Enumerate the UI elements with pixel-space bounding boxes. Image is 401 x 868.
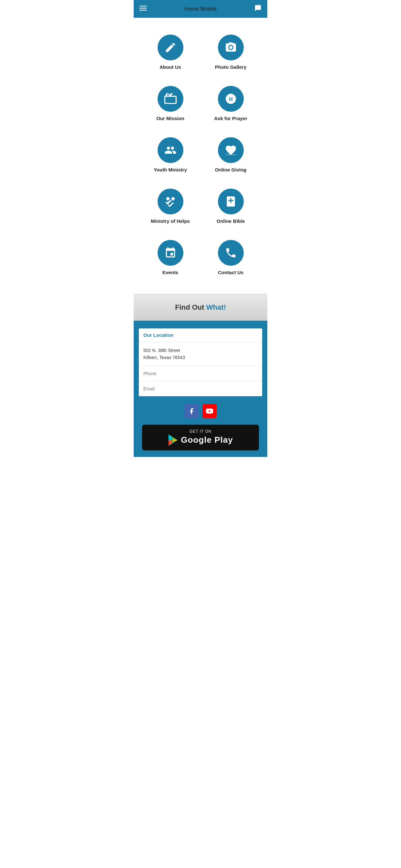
our-mission-icon-circle bbox=[158, 86, 183, 112]
menu-item-contact-us[interactable]: Contact Us bbox=[201, 233, 261, 284]
menu-item-ask-for-prayer[interactable]: Ask for Prayer bbox=[201, 79, 261, 130]
about-us-icon-circle bbox=[158, 35, 183, 60]
people-icon bbox=[164, 144, 177, 156]
contact-us-label: Contact Us bbox=[218, 270, 243, 275]
briefcase-icon bbox=[164, 93, 177, 105]
menu-item-ministry-of-helps[interactable]: Ministry of Helps bbox=[140, 182, 201, 233]
find-out-section: Find Out What! bbox=[134, 294, 267, 321]
contact-us-icon-circle bbox=[218, 240, 244, 266]
menu-item-youth-ministry[interactable]: Youth Ministry bbox=[140, 130, 201, 182]
google-play-store-row: Google Play bbox=[168, 434, 233, 446]
app-header: Home Mobile bbox=[134, 0, 267, 18]
our-mission-label: Our Mission bbox=[156, 116, 184, 121]
menu-item-events[interactable]: Events bbox=[140, 233, 201, 284]
phone-icon bbox=[225, 247, 237, 259]
online-giving-icon-circle bbox=[218, 137, 244, 163]
phone-input[interactable] bbox=[143, 371, 258, 376]
photo-gallery-label: Photo Gallery bbox=[215, 64, 247, 70]
email-field-wrapper[interactable] bbox=[139, 381, 262, 396]
location-address: 502 N. 38th Street Killeen, Texas 76543 bbox=[139, 342, 262, 366]
menu-grid: About Us Photo Gallery Our Mission Ask f… bbox=[134, 18, 267, 290]
youtube-button[interactable] bbox=[203, 404, 217, 418]
handshake-icon bbox=[164, 195, 177, 208]
facebook-button[interactable] bbox=[184, 404, 198, 418]
find-out-text: Find Out What! bbox=[175, 303, 226, 311]
google-play-text: Google Play bbox=[181, 435, 233, 445]
ministry-of-helps-icon-circle bbox=[158, 189, 183, 214]
location-card-title: Our Location bbox=[143, 332, 174, 338]
page-title: Home Mobile bbox=[184, 6, 217, 12]
svg-rect-0 bbox=[140, 6, 147, 6]
location-card: Our Location 502 N. 38th Street Killeen,… bbox=[139, 329, 262, 396]
hamburger-icon[interactable] bbox=[140, 4, 147, 13]
location-card-header: Our Location bbox=[139, 329, 262, 342]
blue-section: Our Location 502 N. 38th Street Killeen,… bbox=[134, 321, 267, 457]
online-giving-label: Online Giving bbox=[215, 167, 247, 173]
youth-ministry-icon-circle bbox=[158, 137, 183, 163]
google-play-banner[interactable]: GET IT ON Google Play bbox=[142, 425, 259, 451]
menu-item-our-mission[interactable]: Our Mission bbox=[140, 79, 201, 130]
pencil-icon bbox=[164, 41, 177, 54]
address-line1: 502 N. 38th Street bbox=[143, 347, 258, 354]
heart-hand-icon bbox=[225, 144, 237, 156]
google-play-icon bbox=[168, 434, 178, 446]
menu-item-online-bible[interactable]: Online Bible bbox=[201, 182, 261, 233]
events-icon-circle bbox=[158, 240, 183, 266]
phone-field-wrapper[interactable] bbox=[139, 366, 262, 381]
camera-icon bbox=[225, 41, 237, 54]
praying-hands-icon bbox=[225, 93, 237, 105]
get-it-on-text: GET IT ON bbox=[189, 429, 212, 434]
online-bible-label: Online Bible bbox=[217, 218, 245, 224]
about-us-label: About Us bbox=[159, 64, 181, 70]
facebook-icon bbox=[188, 407, 195, 414]
ministry-of-helps-label: Ministry of Helps bbox=[151, 218, 190, 224]
chat-icon[interactable] bbox=[254, 4, 261, 13]
email-input[interactable] bbox=[143, 386, 258, 392]
ask-for-prayer-icon-circle bbox=[218, 86, 244, 112]
svg-rect-1 bbox=[140, 8, 147, 8]
events-label: Events bbox=[162, 270, 178, 275]
calendar-icon bbox=[164, 247, 177, 259]
youtube-icon bbox=[206, 407, 213, 414]
menu-item-online-giving[interactable]: Online Giving bbox=[201, 130, 261, 182]
photo-gallery-icon-circle bbox=[218, 35, 244, 60]
menu-item-about-us[interactable]: About Us bbox=[140, 27, 201, 79]
online-bible-icon-circle bbox=[218, 189, 244, 214]
youth-ministry-label: Youth Ministry bbox=[154, 167, 187, 173]
menu-item-photo-gallery[interactable]: Photo Gallery bbox=[201, 27, 261, 79]
svg-rect-2 bbox=[140, 10, 147, 11]
address-line2: Killeen, Texas 76543 bbox=[143, 354, 258, 361]
bible-icon bbox=[225, 195, 237, 208]
ask-for-prayer-label: Ask for Prayer bbox=[214, 116, 247, 121]
social-row bbox=[139, 404, 262, 418]
